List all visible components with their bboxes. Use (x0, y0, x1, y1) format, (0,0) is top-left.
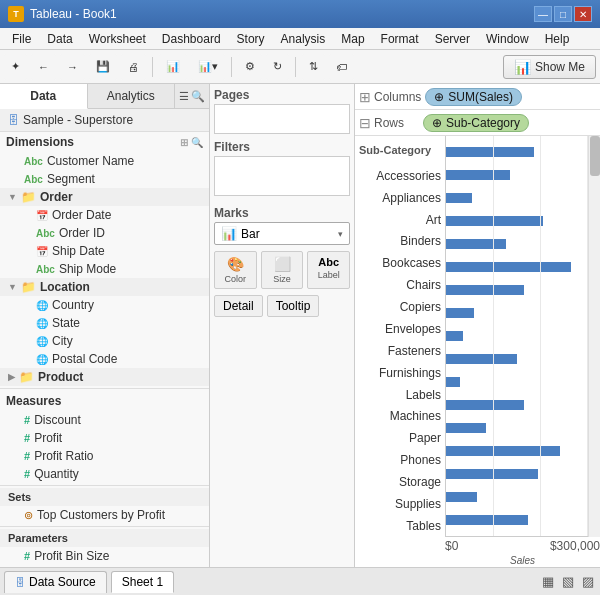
field-profit-ratio[interactable]: # Profit Ratio (0, 447, 209, 465)
tab-data[interactable]: Data (0, 84, 88, 109)
maximize-button[interactable]: □ (554, 6, 572, 22)
marks-type-dropdown[interactable]: 📊 Bar ▾ (214, 222, 350, 245)
field-label: Order ID (59, 226, 105, 240)
bar-accessories[interactable] (446, 145, 588, 159)
field-top-customers[interactable]: ⊚ Top Customers by Profit (0, 506, 209, 524)
window-controls: — □ ✕ (534, 6, 592, 22)
field-label: City (52, 334, 73, 348)
y-label-copiers: Copiers (359, 301, 441, 313)
bar-binders[interactable] (446, 214, 588, 228)
menu-analysis[interactable]: Analysis (273, 30, 334, 48)
field-postal-code[interactable]: 🌐 Postal Code (0, 350, 209, 368)
menu-map[interactable]: Map (333, 30, 372, 48)
bar-fill (446, 285, 524, 295)
rows-pill-subcategory[interactable]: ⊕ Sub-Category (423, 114, 529, 132)
group-icon: 📁 (21, 280, 36, 294)
field-order-id[interactable]: Abc Order ID (0, 224, 209, 242)
bar-machines[interactable] (446, 398, 588, 412)
y-label-appliances: Appliances (359, 192, 441, 204)
bar-fill (446, 239, 506, 249)
bar-furnishings[interactable] (446, 352, 588, 366)
field-ship-date[interactable]: 📅 Ship Date (0, 242, 209, 260)
bar-appliances[interactable] (446, 168, 588, 182)
filters-shelf[interactable] (214, 156, 350, 196)
type-icon: # (24, 450, 30, 462)
menu-data[interactable]: Data (39, 30, 80, 48)
divider (0, 388, 209, 389)
menu-file[interactable]: File (4, 30, 39, 48)
bar-tables[interactable] (446, 513, 588, 527)
sort-btn[interactable]: ⇅ (302, 54, 325, 80)
forward-button[interactable]: → (60, 54, 85, 80)
data-source-name: Sample - Superstore (23, 113, 133, 127)
menu-format[interactable]: Format (373, 30, 427, 48)
bar-phones[interactable] (446, 444, 588, 458)
marks-color-btn[interactable]: 🎨 Color (214, 251, 257, 289)
show-me-button[interactable]: 📊 Show Me (503, 55, 596, 79)
menu-worksheet[interactable]: Worksheet (81, 30, 154, 48)
bar-labels[interactable] (446, 375, 588, 389)
field-profit[interactable]: # Profit (0, 429, 209, 447)
tooltip-button[interactable]: Tooltip (267, 295, 320, 317)
bar-fill (446, 469, 538, 479)
new-dashboard-icon[interactable]: ▨ (580, 572, 596, 591)
duplicate-sheet-icon[interactable]: ▧ (560, 572, 576, 591)
group-order[interactable]: ▼ 📁 Order (0, 188, 209, 206)
refresh-btn[interactable]: ↻ (266, 54, 289, 80)
menu-server[interactable]: Server (427, 30, 478, 48)
tab-data-source[interactable]: 🗄 Data Source (4, 571, 107, 593)
new-button[interactable]: ✦ (4, 54, 27, 80)
bar-copiers[interactable] (446, 283, 588, 297)
search-icon[interactable]: 🔍 (191, 90, 205, 103)
field-segment[interactable]: Abc Segment (0, 170, 209, 188)
bar-chairs[interactable] (446, 260, 588, 274)
chart-type-btn[interactable]: 📊 (159, 54, 187, 80)
field-top-customers-param[interactable]: # Top Customers (0, 565, 209, 567)
group-location[interactable]: ▼ 📁 Location (0, 278, 209, 296)
columns-pill-sales[interactable]: ⊕ SUM(Sales) (425, 88, 522, 106)
bar-envelopes[interactable] (446, 306, 588, 320)
close-button[interactable]: ✕ (574, 6, 592, 22)
filter-btn[interactable]: ⚙ (238, 54, 262, 80)
bar-supplies[interactable] (446, 490, 588, 504)
menu-dashboard[interactable]: Dashboard (154, 30, 229, 48)
marks-label-btn[interactable]: Abc Label (307, 251, 350, 289)
field-profit-bin-size[interactable]: # Profit Bin Size (0, 547, 209, 565)
field-discount[interactable]: # Discount (0, 411, 209, 429)
field-ship-mode[interactable]: Abc Ship Mode (0, 260, 209, 278)
group-product[interactable]: ▶ 📁 Product (0, 368, 209, 386)
list-icon[interactable]: ☰ (179, 90, 189, 103)
bar-art[interactable] (446, 191, 588, 205)
bar-paper[interactable] (446, 421, 588, 435)
scrollbar-thumb[interactable] (590, 136, 600, 176)
pages-shelf[interactable] (214, 104, 350, 134)
menu-help[interactable]: Help (537, 30, 578, 48)
chart-type-btn2[interactable]: 📊▾ (191, 54, 225, 80)
back-button[interactable]: ← (31, 54, 56, 80)
field-quantity[interactable]: # Quantity (0, 465, 209, 483)
tab-sheet1[interactable]: Sheet 1 (111, 571, 174, 593)
new-sheet-icon[interactable]: ▦ (540, 572, 556, 591)
type-icon: 📅 (36, 210, 48, 221)
field-state[interactable]: 🌐 State (0, 314, 209, 332)
minimize-button[interactable]: — (534, 6, 552, 22)
bar-bookcases[interactable] (446, 237, 588, 251)
marks-size-btn[interactable]: ⬜ Size (261, 251, 304, 289)
toolbar-separator2 (231, 57, 232, 77)
field-customer-name[interactable]: Abc Customer Name (0, 152, 209, 170)
field-order-date[interactable]: 📅 Order Date (0, 206, 209, 224)
field-country[interactable]: 🌐 Country (0, 296, 209, 314)
label-btn[interactable]: 🏷 (329, 54, 354, 80)
field-city[interactable]: 🌐 City (0, 332, 209, 350)
chart-scrollbar[interactable] (588, 136, 600, 537)
bar-fasteners[interactable] (446, 329, 588, 343)
save-button[interactable]: 💾 (89, 54, 117, 80)
detail-button[interactable]: Detail (214, 295, 263, 317)
print-button[interactable]: 🖨 (121, 54, 146, 80)
group-icon: 📁 (21, 190, 36, 204)
menu-window[interactable]: Window (478, 30, 537, 48)
menu-story[interactable]: Story (229, 30, 273, 48)
tab-analytics[interactable]: Analytics (88, 84, 176, 108)
field-label: Ship Date (52, 244, 105, 258)
bar-storage[interactable] (446, 467, 588, 481)
